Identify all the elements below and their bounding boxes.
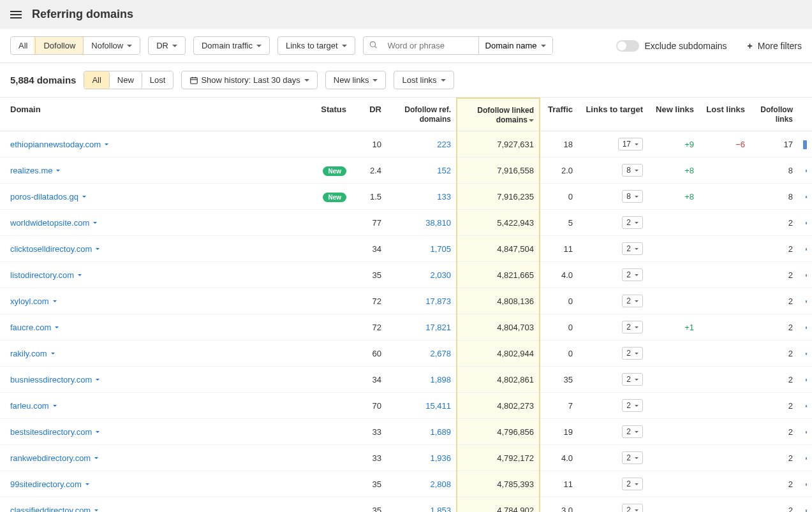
links-target-dropdown[interactable]: 2 xyxy=(622,216,643,229)
lost-links-filter[interactable]: Lost links xyxy=(394,71,454,89)
domain-link[interactable]: ethiopiannewstoday.com xyxy=(10,140,101,149)
dr-filter[interactable]: DR xyxy=(148,36,186,55)
col-domain[interactable]: Domain xyxy=(0,98,307,131)
menu-icon[interactable] xyxy=(10,11,22,18)
links-target-dropdown[interactable]: 2 xyxy=(622,347,643,360)
links-target-dropdown[interactable]: 2 xyxy=(622,268,643,281)
domain-link[interactable]: rankwebdirectory.com xyxy=(10,453,91,463)
chevron-down-icon[interactable] xyxy=(51,353,55,355)
col-traffic[interactable]: Traffic xyxy=(540,98,578,131)
chevron-down-icon[interactable] xyxy=(55,326,59,328)
col-dofollow-ref[interactable]: Dofollow ref. domains xyxy=(387,98,457,131)
chevron-down-icon xyxy=(635,326,639,328)
chevron-down-icon[interactable] xyxy=(85,483,89,485)
ref-domains-link[interactable]: 2,030 xyxy=(430,270,451,280)
chevron-down-icon[interactable] xyxy=(94,457,98,459)
ref-domains-link[interactable]: 1,853 xyxy=(430,506,451,513)
links-target-dropdown[interactable]: 2 xyxy=(622,242,643,255)
links-target-dropdown[interactable]: 8 xyxy=(622,164,643,177)
col-dofollow-links[interactable]: Dofollow links xyxy=(750,98,798,131)
domain-link[interactable]: clicktoselldirectoy.com xyxy=(10,244,92,254)
domain-link[interactable]: bestsitesdirectory.com xyxy=(10,427,92,437)
links-target-dropdown[interactable]: 2 xyxy=(622,451,643,464)
ref-domains-link[interactable]: 17,821 xyxy=(425,323,451,332)
col-lost-links[interactable]: Lost links xyxy=(699,98,750,131)
col-new-links[interactable]: New links xyxy=(648,98,699,131)
chevron-down-icon[interactable] xyxy=(82,196,86,198)
ref-domains-link[interactable]: 2,678 xyxy=(430,349,451,358)
links-target-dropdown[interactable]: 2 xyxy=(622,504,643,512)
domain-link[interactable]: faucre.com xyxy=(10,323,51,332)
domain-link[interactable]: poros-dilatados.gq xyxy=(10,192,78,201)
links-target-dropdown[interactable]: 2 xyxy=(622,321,643,333)
chevron-down-icon[interactable] xyxy=(105,143,108,145)
domain-link[interactable]: 99sitedirectory.com xyxy=(10,479,82,489)
search-type-label: Domain name xyxy=(485,41,537,50)
ref-domains-link[interactable]: 17,873 xyxy=(425,296,451,306)
ref-domains-link[interactable]: 1,898 xyxy=(430,375,451,384)
ref-domains-link[interactable]: 2,808 xyxy=(430,479,451,489)
links-target-dropdown[interactable]: 2 xyxy=(622,295,643,307)
linked-domains-value: 7,916,235 xyxy=(457,184,540,210)
domain-link[interactable]: realizes.me xyxy=(10,166,52,175)
ref-domains-link[interactable]: 223 xyxy=(437,140,451,149)
tab-all[interactable]: All xyxy=(11,37,36,54)
tab-new-status[interactable]: New xyxy=(110,71,142,89)
domain-link[interactable]: farleu.com xyxy=(10,401,49,411)
more-filters-button[interactable]: More filters xyxy=(758,41,802,51)
show-history-button[interactable]: Show history: Last 30 days xyxy=(181,71,317,89)
search-type-select[interactable]: Domain name xyxy=(478,37,552,54)
dr-value: 72 xyxy=(351,288,387,314)
domain-link[interactable]: busniessdirectory.com xyxy=(10,375,92,384)
spark-icon xyxy=(806,353,807,355)
chevron-down-icon xyxy=(304,79,309,82)
ref-domains-link[interactable]: 1,705 xyxy=(430,244,451,254)
domain-link[interactable]: listodirectory.com xyxy=(10,270,74,280)
links-target-dropdown[interactable]: 2 xyxy=(622,425,643,438)
ref-domains-link[interactable]: 1,936 xyxy=(430,453,451,463)
links-target-dropdown[interactable]: 17 xyxy=(618,138,643,150)
new-links-filter[interactable]: New links xyxy=(325,71,387,89)
tab-dofollow[interactable]: Dofollow xyxy=(36,37,84,54)
traffic-value: 11 xyxy=(540,471,578,497)
links-target-dropdown[interactable]: 2 xyxy=(622,373,643,386)
chevron-down-icon[interactable] xyxy=(53,300,57,302)
links-target-dropdown[interactable]: 8 xyxy=(622,190,643,203)
chevron-down-icon[interactable] xyxy=(96,431,100,433)
linked-domains-value: 4,785,393 xyxy=(457,471,540,497)
col-status[interactable]: Status xyxy=(307,98,351,131)
domain-link[interactable]: worldwidetopsite.com xyxy=(10,218,89,228)
ref-domains-link[interactable]: 1,689 xyxy=(430,427,451,437)
ref-domains-link[interactable]: 152 xyxy=(437,166,451,175)
chevron-down-icon[interactable] xyxy=(93,222,97,224)
chevron-down-icon xyxy=(172,45,177,47)
chevron-down-icon[interactable] xyxy=(94,509,98,511)
tab-lost-status[interactable]: Lost xyxy=(142,71,173,89)
chevron-down-icon[interactable] xyxy=(53,405,57,407)
table-row: bestsitesdirectory.com331,6894,796,85619… xyxy=(0,419,812,445)
chevron-down-icon[interactable] xyxy=(96,248,100,250)
domain-link[interactable]: classifieddirectoy.com xyxy=(10,506,91,513)
links-target-filter[interactable]: Links to target xyxy=(277,36,355,55)
dofollow-links-value: 2 xyxy=(750,393,798,419)
dofollow-links-value: 2 xyxy=(750,210,798,236)
filters-toolbar: All Dofollow Nofollow DR Domain traffic … xyxy=(0,29,812,63)
domain-link[interactable]: xyloyl.com xyxy=(10,296,49,306)
domain-link[interactable]: rakily.com xyxy=(10,349,47,358)
col-dofollow-linked[interactable]: Dofollow linked domains xyxy=(457,98,540,131)
exclude-subdomains-toggle[interactable] xyxy=(616,40,639,52)
ref-domains-link[interactable]: 15,411 xyxy=(425,401,451,411)
ref-domains-link[interactable]: 133 xyxy=(437,192,451,201)
chevron-down-icon[interactable] xyxy=(78,274,82,276)
domain-traffic-filter[interactable]: Domain traffic xyxy=(193,36,270,55)
chevron-down-icon[interactable] xyxy=(56,170,60,172)
links-target-dropdown[interactable]: 2 xyxy=(622,399,643,412)
tab-all-status[interactable]: All xyxy=(84,71,109,89)
search-input[interactable] xyxy=(383,37,478,54)
chevron-down-icon[interactable] xyxy=(96,379,100,381)
links-target-dropdown[interactable]: 2 xyxy=(622,478,643,490)
tab-nofollow[interactable]: Nofollow xyxy=(84,37,140,54)
col-dr[interactable]: DR xyxy=(351,98,387,131)
col-links-target[interactable]: Links to target xyxy=(578,98,648,131)
ref-domains-link[interactable]: 38,810 xyxy=(425,218,451,228)
